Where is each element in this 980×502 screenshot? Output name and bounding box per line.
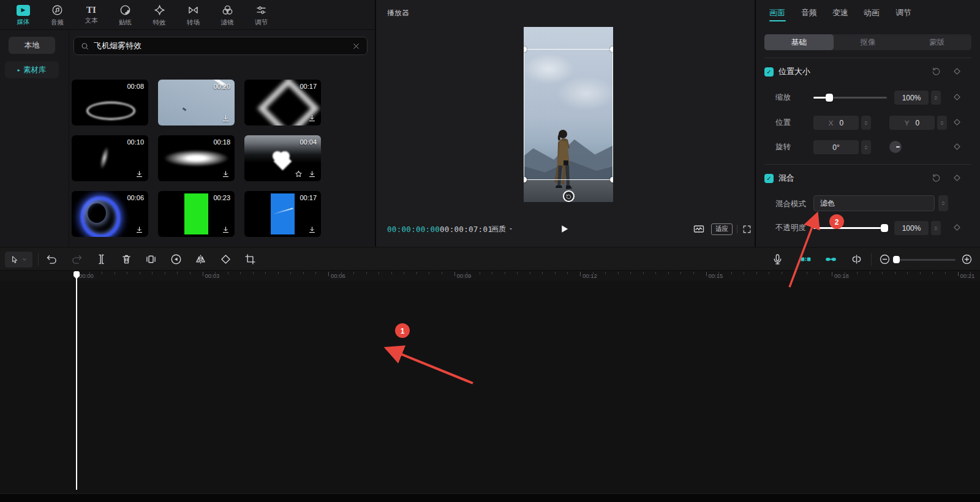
fullscreen-icon[interactable] bbox=[742, 224, 752, 234]
link-icon[interactable] bbox=[824, 253, 837, 266]
preview-axis-icon[interactable] bbox=[850, 253, 863, 266]
quality-dropdown[interactable]: 画质 bbox=[491, 224, 514, 234]
media-tile-smoke-cloud[interactable]: 00:18 bbox=[158, 135, 235, 181]
sidebar-item-library[interactable]: ▸素材库 bbox=[5, 61, 59, 78]
scale-stepper[interactable] bbox=[931, 91, 941, 105]
download-icon[interactable] bbox=[221, 170, 230, 179]
search-bar bbox=[74, 37, 368, 55]
blend-mode-stepper[interactable] bbox=[938, 195, 948, 211]
subtab-2[interactable]: 抠像 bbox=[834, 34, 903, 50]
position-x-field[interactable]: X 0 bbox=[813, 116, 859, 130]
media-tile-blue-screen[interactable]: 00:17 bbox=[244, 191, 321, 237]
keyframe-icon[interactable] bbox=[952, 66, 962, 77]
selection-handle-tr[interactable] bbox=[610, 47, 613, 52]
select-tool-button[interactable] bbox=[5, 252, 32, 268]
keyframe-icon[interactable] bbox=[952, 92, 962, 102]
opacity-slider-knob[interactable] bbox=[881, 224, 888, 232]
opacity-stepper[interactable] bbox=[931, 221, 941, 235]
reset-icon[interactable] bbox=[931, 173, 941, 183]
blend-mode-dropdown[interactable]: 滤色 bbox=[813, 195, 935, 211]
scopes-icon[interactable] bbox=[693, 223, 705, 235]
crop-icon[interactable] bbox=[244, 253, 257, 266]
fit-button[interactable]: 适应 bbox=[711, 223, 733, 235]
split-icon[interactable] bbox=[95, 253, 108, 266]
download-icon[interactable] bbox=[221, 225, 230, 234]
download-icon[interactable] bbox=[221, 114, 230, 123]
blend-checkbox[interactable]: ✓ bbox=[764, 174, 774, 183]
reverse-icon[interactable] bbox=[170, 253, 183, 266]
toolbar-item-7[interactable]: 滤镜 bbox=[211, 2, 244, 29]
timeline-zoom-slider[interactable] bbox=[894, 259, 956, 261]
adjust-icon bbox=[255, 4, 268, 17]
keyframe-icon[interactable] bbox=[952, 222, 962, 233]
position-size-checkbox[interactable]: ✓ bbox=[764, 67, 774, 77]
scale-slider-knob[interactable] bbox=[826, 94, 833, 102]
trash-icon[interactable] bbox=[120, 253, 133, 266]
download-icon[interactable] bbox=[307, 114, 317, 123]
selection-bounding-box[interactable] bbox=[524, 49, 613, 180]
media-tile-green-screen[interactable]: 00:23 bbox=[158, 191, 235, 237]
media-tile-jet-contrail-sky[interactable]: 00:20 bbox=[158, 80, 235, 126]
reset-icon[interactable] bbox=[931, 66, 941, 77]
media-tile-smoke-ring[interactable]: 00:08 bbox=[72, 80, 148, 126]
subtab-1[interactable]: 基础 bbox=[764, 34, 834, 50]
player-panel: 播放器 00 bbox=[376, 0, 755, 247]
magnet-icon[interactable] bbox=[799, 253, 812, 266]
toolbar-item-4[interactable]: 贴纸 bbox=[109, 2, 142, 29]
media-tile-heart-cloud[interactable]: 00:04 bbox=[244, 135, 321, 181]
mic-icon[interactable] bbox=[771, 253, 784, 266]
star-icon[interactable] bbox=[294, 170, 303, 179]
duration-badge: 00:06 bbox=[127, 194, 144, 201]
toolbar-item-2[interactable]: 音频 bbox=[41, 2, 74, 29]
media-tile-smoke-diamond[interactable]: 00:17 bbox=[244, 80, 321, 126]
media-tile-smoke-wisp[interactable]: 00:10 bbox=[72, 135, 148, 181]
scale-slider[interactable] bbox=[813, 97, 887, 99]
video-preview[interactable] bbox=[524, 27, 613, 202]
position-x-stepper[interactable] bbox=[861, 116, 871, 130]
subtab-3[interactable]: 蒙版 bbox=[902, 34, 971, 50]
chevron-down-icon bbox=[21, 257, 28, 263]
toolbar-item-1[interactable]: ▶媒体 bbox=[7, 2, 40, 29]
keyframe-icon[interactable] bbox=[952, 141, 962, 152]
scale-value[interactable]: 100% bbox=[894, 91, 929, 105]
media-tile-blue-energy-ring[interactable]: 00:06 bbox=[72, 191, 148, 237]
opacity-value[interactable]: 100% bbox=[894, 221, 929, 235]
rotate-handle[interactable] bbox=[563, 190, 575, 202]
freeze-icon[interactable] bbox=[145, 253, 157, 266]
timeline-zoom-knob[interactable] bbox=[893, 256, 900, 263]
selection-handle-br[interactable] bbox=[610, 177, 613, 182]
tab-2[interactable]: 音频 bbox=[801, 7, 817, 18]
rotation-stepper[interactable] bbox=[861, 140, 871, 154]
toolbar-item-6[interactable]: 转场 bbox=[177, 2, 210, 29]
keyframe-icon[interactable] bbox=[952, 117, 962, 127]
close-icon[interactable] bbox=[352, 42, 361, 51]
sidebar-item-local[interactable]: 本地 bbox=[9, 37, 55, 54]
undo-icon[interactable] bbox=[45, 253, 58, 266]
download-icon[interactable] bbox=[135, 170, 144, 179]
play-button[interactable] bbox=[558, 223, 570, 235]
tab-3[interactable]: 变速 bbox=[832, 7, 848, 18]
download-icon[interactable] bbox=[307, 170, 317, 179]
zoom-in-icon[interactable] bbox=[960, 253, 973, 266]
mirror-icon[interactable] bbox=[194, 253, 207, 266]
rotation-value[interactable]: 0° bbox=[813, 140, 859, 154]
toolbar-item-5[interactable]: 特效 bbox=[143, 2, 176, 29]
zoom-out-icon[interactable] bbox=[878, 253, 891, 266]
tab-5[interactable]: 调节 bbox=[895, 7, 911, 18]
toolbar-item-8[interactable]: 调节 bbox=[245, 2, 278, 29]
keyframe-icon[interactable] bbox=[952, 173, 962, 183]
tab-1[interactable]: 画面 bbox=[769, 7, 785, 18]
download-icon[interactable] bbox=[135, 225, 144, 234]
tab-4[interactable]: 动画 bbox=[864, 7, 880, 18]
position-y-stepper[interactable] bbox=[937, 116, 947, 130]
download-icon[interactable] bbox=[307, 225, 317, 234]
selection-handle-tl[interactable] bbox=[524, 47, 527, 52]
redo-icon[interactable] bbox=[70, 253, 83, 266]
position-y-field[interactable]: Y 0 bbox=[889, 116, 935, 130]
timeline-ruler[interactable]: 00:0000:0300:0600:0900:1200:1500:1800:21 bbox=[0, 271, 980, 281]
rotate-icon[interactable] bbox=[219, 253, 232, 266]
opacity-slider[interactable] bbox=[813, 227, 887, 229]
toolbar-item-3[interactable]: TI文本 bbox=[75, 2, 108, 29]
search-input[interactable] bbox=[94, 42, 347, 51]
rotation-dial[interactable] bbox=[889, 141, 902, 153]
